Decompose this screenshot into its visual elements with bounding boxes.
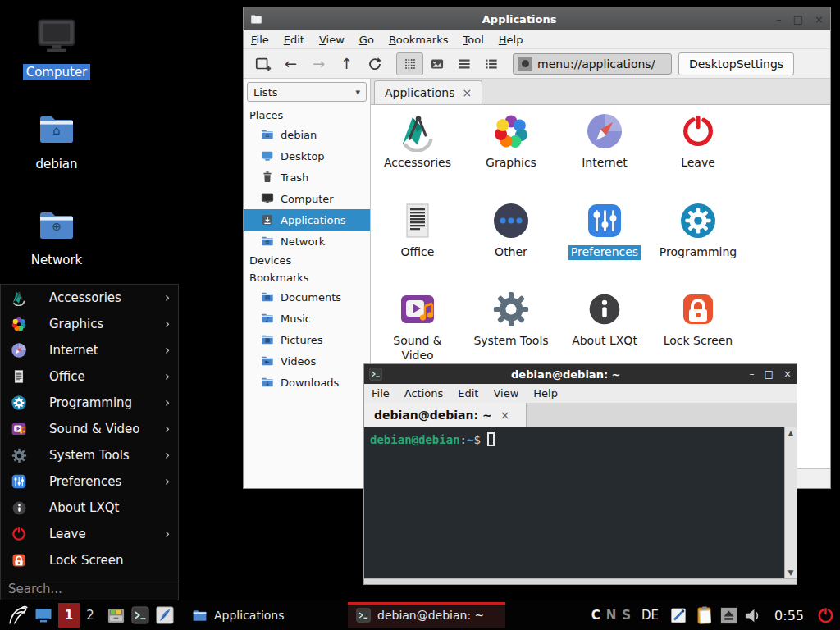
icon-view-button[interactable]	[396, 52, 423, 75]
terminal-scrollbar[interactable]: ▲ ▼	[784, 427, 797, 578]
fm-item-sound-video[interactable]: Sound & Video	[371, 289, 464, 363]
fm-item-programming[interactable]: Programming	[651, 200, 745, 260]
terminal-menu-file[interactable]: File	[364, 385, 397, 402]
quicklaunch-featherpad[interactable]	[153, 602, 177, 628]
clipboard-tray-icon[interactable]	[695, 602, 714, 628]
close-icon[interactable]: ×	[783, 368, 792, 380]
main-menu-button[interactable]	[5, 602, 31, 628]
menu-item-leave[interactable]: Leave ›	[1, 521, 178, 547]
forward-button[interactable]: →	[308, 52, 330, 75]
minimize-icon[interactable]: –	[776, 13, 782, 25]
sidebar-item-documents[interactable]: ▤ Documents	[244, 286, 370, 308]
detailed-view-button[interactable]	[477, 52, 504, 75]
fm-tab-bar: Applications ×	[371, 79, 830, 105]
computer-icon	[35, 15, 78, 61]
menu-item-system-tools[interactable]: System Tools ›	[1, 442, 178, 468]
back-button[interactable]: ←	[280, 52, 302, 75]
terminal-menu-view[interactable]: View	[486, 385, 526, 402]
quicklaunch-file-manager[interactable]	[103, 602, 128, 628]
menu-item-preferences[interactable]: Preferences ›	[1, 468, 178, 495]
up-button[interactable]: ↑	[336, 52, 358, 75]
scroll-up-icon[interactable]: ▲	[788, 429, 794, 437]
scroll-down-icon[interactable]: ▼	[788, 568, 794, 577]
desktop-icon-computer[interactable]: Computer	[16, 15, 98, 80]
desktop-settings-button[interactable]: DesktopSettings	[678, 52, 794, 75]
terminal-tab-bar: debian@debian: ~ ×	[364, 403, 797, 427]
maximize-icon[interactable]: □	[765, 368, 774, 380]
menu-item-accessories[interactable]: Accessories ›	[1, 285, 178, 311]
sidebar-item-videos[interactable]: ► Videos	[244, 350, 370, 372]
fm-item-leave[interactable]: Leave	[651, 111, 745, 171]
menu-item-graphics[interactable]: Graphics ›	[1, 311, 178, 337]
fm-menu-help[interactable]: Help	[491, 31, 531, 48]
sidebar-item-pictures[interactable]: ▦ Pictures	[244, 329, 370, 350]
fm-item-graphics[interactable]: Graphics	[464, 111, 558, 171]
desktop-icon-network[interactable]: ⊕ Network	[16, 206, 98, 268]
removable-media-icon[interactable]	[720, 602, 737, 628]
fm-item-system-tools[interactable]: System Tools	[464, 289, 558, 349]
task-terminal[interactable]: debian@debian: ~	[348, 602, 505, 628]
fm-item-about-lxqt[interactable]: About LXQt	[558, 289, 651, 349]
sidebar-item-music[interactable]: ♪ Music	[244, 308, 370, 329]
quicklaunch-terminal[interactable]	[128, 602, 153, 628]
maximize-icon[interactable]: □	[793, 13, 803, 25]
sidebar-item-debian[interactable]: ⌂ debian	[244, 124, 370, 145]
fm-item-accessories[interactable]: Accessories	[371, 111, 464, 171]
terminal-menu-edit[interactable]: Edit	[450, 385, 486, 402]
address-bar[interactable]: menu://applications/	[513, 53, 672, 75]
sidebar-item-downloads[interactable]: ↓ Downloads	[244, 372, 370, 393]
desktop-icon-label: Network	[28, 252, 86, 268]
close-icon[interactable]: ×	[815, 13, 824, 25]
compact-view-button[interactable]	[450, 52, 477, 75]
clock[interactable]: 0:55	[774, 608, 804, 623]
screenshot-tray-icon[interactable]	[669, 602, 689, 628]
terminal-screen[interactable]: debian@debian:~$	[364, 427, 784, 578]
fm-menu-view[interactable]: View	[312, 31, 352, 48]
menu-item-office[interactable]: Office ›	[1, 363, 178, 390]
desktop-icon-debian[interactable]: ⌂ debian	[16, 110, 98, 172]
show-desktop-button[interactable]	[31, 602, 56, 628]
fm-item-internet[interactable]: Internet	[558, 111, 651, 171]
reload-button[interactable]	[363, 52, 386, 75]
keyboard-layout-indicator[interactable]: DE	[641, 608, 659, 623]
menu-item-sound-video[interactable]: Sound & Video ›	[1, 416, 178, 442]
minimize-icon[interactable]: –	[750, 368, 755, 380]
fm-menu-bookmarks[interactable]: Bookmarks	[381, 31, 456, 48]
fm-item-office[interactable]: Office	[371, 200, 464, 260]
sidebar-item-network[interactable]: ⊕ Network	[244, 231, 370, 252]
tab-close-icon[interactable]: ×	[463, 86, 472, 99]
volume-icon[interactable]	[743, 602, 762, 628]
sidebar-item-desktop[interactable]: Desktop	[244, 145, 370, 167]
thumbnail-view-button[interactable]	[423, 52, 450, 75]
desktop-pager-1[interactable]: 1	[58, 603, 80, 628]
fm-menu-edit[interactable]: Edit	[276, 31, 312, 48]
desktop-pager-2[interactable]: 2	[82, 608, 98, 623]
fm-item-preferences[interactable]: Preferences	[558, 200, 651, 260]
menu-search-input[interactable]: Search...	[1, 578, 178, 600]
menu-item-about-lxqt[interactable]: About LXQt	[1, 495, 178, 521]
menu-item-programming[interactable]: Programming ›	[1, 390, 178, 416]
menu-item-internet[interactable]: Internet ›	[1, 337, 178, 363]
terminal-menu-actions[interactable]: Actions	[397, 385, 451, 402]
terminal-titlebar[interactable]: debian@debian: ~ – □ ×	[364, 364, 797, 384]
menu-item-lock-screen[interactable]: Lock Screen	[1, 547, 178, 573]
fm-menu-tool[interactable]: Tool	[456, 31, 491, 48]
terminal-menu-help[interactable]: Help	[526, 385, 565, 402]
fm-titlebar[interactable]: Applications – □ ×	[244, 7, 830, 30]
sidebar-item-applications[interactable]: Applications	[244, 209, 370, 231]
terminal-tab[interactable]: debian@debian: ~ ×	[364, 403, 527, 427]
power-button[interactable]	[816, 602, 835, 628]
new-tab-button[interactable]	[252, 52, 274, 75]
sidebar-item-computer[interactable]: Computer	[244, 188, 370, 209]
sidebar-item-trash[interactable]: Trash	[244, 167, 370, 188]
fm-item-lock-screen[interactable]: Lock Screen	[651, 289, 745, 349]
tab-close-icon[interactable]: ×	[500, 409, 510, 422]
fm-item-other[interactable]: Other	[464, 200, 558, 260]
fm-menu-go[interactable]: Go	[352, 31, 381, 48]
system-tray: C N S DE 0:55	[591, 602, 835, 628]
side-pane-mode-select[interactable]: Lists ▾	[247, 82, 367, 102]
task-applications[interactable]: Applications	[184, 602, 341, 628]
folder-pictures-icon: ▦	[261, 333, 274, 346]
tab-applications[interactable]: Applications ×	[374, 80, 482, 104]
fm-menu-file[interactable]: File	[244, 31, 276, 48]
